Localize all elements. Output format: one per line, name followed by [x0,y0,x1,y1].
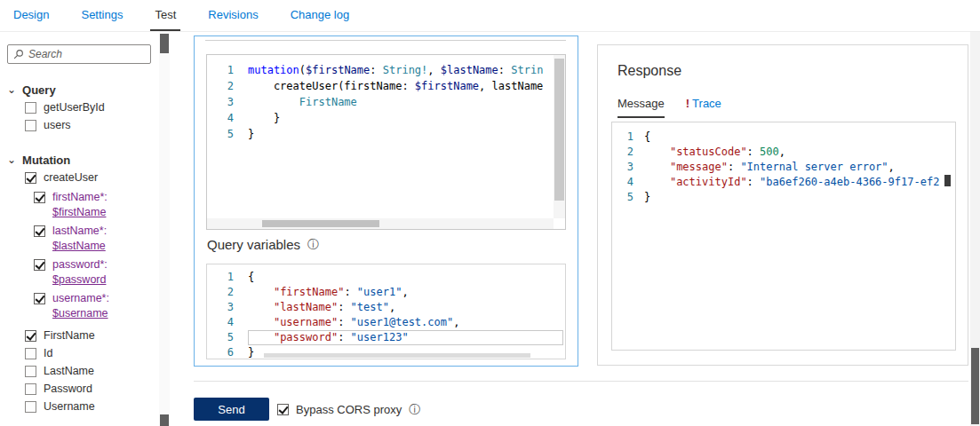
code-line: 3 "lastName": "test", [207,300,565,315]
query-variables-editor[interactable]: 1{2 "firstName": "user1",3 "lastName": "… [206,264,566,359]
code-line: 2 createUser(firstName: $firstName, last… [207,78,565,94]
tab-change-log[interactable]: Change log [286,0,355,31]
code-line: 3 "message": "Internal server error", [612,160,955,175]
operation-getuserbyid[interactable]: getUserById [25,99,158,116]
chevron-down-icon: ⌄ [7,85,16,94]
line-number: 2 [207,285,248,300]
send-button[interactable]: Send [194,398,269,421]
code-line: 4 } [207,110,565,126]
line-number: 5 [207,126,248,142]
checkbox-field-lastname[interactable] [25,366,36,377]
field-firstname[interactable]: FirstName [25,327,158,344]
checkbox-param-password[interactable] [34,259,45,271]
bypass-cors-option[interactable]: Bypass CORS proxy ⓘ [277,398,420,421]
param-name: lastName*: [52,224,107,239]
response-title: Response [617,63,681,79]
tab-message[interactable]: Message [617,97,665,118]
checkbox-field-firstname[interactable] [25,330,36,342]
tab-trace[interactable]: ! Trace [686,97,721,118]
sidebar-scrollbar[interactable] [159,32,170,426]
code-line: 2 "statusCode": 500, [612,145,955,160]
param-name: password*: [52,257,108,272]
section-query[interactable]: ⌄ Query [7,81,158,99]
param-variable-link[interactable]: $password [52,272,108,288]
response-tabs: Message ! Trace [617,97,721,118]
param-variable-link[interactable]: $username [52,306,109,321]
checkbox-field-password[interactable] [25,383,36,395]
param-lastname[interactable]: lastName*: $lastName [34,224,158,254]
code-line: 4 "activityId": "ba6ef260-a4eb-4366-9f17… [612,175,955,190]
page-scrollbar-thumb[interactable] [971,348,979,424]
tab-revisions[interactable]: Revisions [203,0,262,31]
field-label: Username [44,400,95,413]
search-input[interactable] [28,48,135,60]
code-line: 1{ [207,270,565,285]
operation-label: createUser [44,171,98,184]
line-number: 1 [207,62,248,78]
field-label: Id [44,347,52,359]
operations-sidebar: ⌄ Query getUserById users ⌄ Mutation cre… [0,32,158,426]
param-variable-link[interactable]: $firstName [52,205,108,220]
line-number: 1 [207,270,248,285]
param-password[interactable]: password*: $password [34,257,158,288]
line-number: 4 [207,315,248,330]
field-username[interactable]: Username [25,398,158,415]
section-mutation[interactable]: ⌄ Mutation [7,151,158,169]
param-name: firstName*: [52,190,108,205]
param-variable-link[interactable]: $lastName [52,239,107,254]
line-number: 3 [612,160,644,175]
tab-settings[interactable]: Settings [76,0,127,31]
bottom-divider [194,381,968,382]
query-variables-label: Query variables [207,237,300,252]
line-number: 5 [207,330,248,345]
info-icon[interactable]: ⓘ [307,239,319,250]
checkbox-param-username[interactable] [34,293,45,304]
query-editor-horizontal-scrollbar[interactable] [207,218,554,229]
field-label: Password [44,383,92,395]
tab-trace-label: Trace [692,97,721,112]
checkbox-field-username[interactable] [25,401,36,413]
field-password[interactable]: Password [25,380,158,398]
field-label: FirstName [44,329,95,342]
operation-users[interactable]: users [25,116,158,134]
line-number: 6 [207,345,248,359]
line-number: 5 [612,190,644,205]
param-firstname[interactable]: firstName*: $firstName [34,190,158,220]
checkbox-param-firstname[interactable] [34,192,45,203]
code-line: 2 "firstName": "user1", [207,285,565,300]
sidebar-scrollbar-thumb[interactable] [160,34,169,53]
checkbox-users[interactable] [25,120,36,131]
line-number: 4 [207,110,248,126]
operation-label: users [44,119,71,131]
checkbox-field-id[interactable] [25,348,36,359]
info-icon[interactable]: ⓘ [409,404,420,415]
checkbox-createuser[interactable] [25,172,36,184]
line-number: 2 [612,145,644,160]
error-indicator: ! [686,97,689,112]
query-editor-horizontal-scrollbar-thumb[interactable] [262,220,379,227]
code-line: 6} [207,345,565,359]
checkbox-getuserbyid[interactable] [25,102,36,114]
line-number: 2 [207,78,248,94]
code-line: 5 "password": "user123" [207,330,565,345]
line-number: 4 [612,175,644,190]
line-number: 3 [207,94,248,110]
tab-test[interactable]: Test [150,0,180,31]
code-line: 3 FirstName [207,94,565,110]
code-line: 1mutation($firstName: String!, $lastName… [207,62,565,78]
page-scrollbar[interactable] [970,32,980,426]
checkbox-param-lastname[interactable] [34,225,45,237]
bypass-cors-label: Bypass CORS proxy [296,403,402,416]
search-box[interactable] [7,44,151,64]
field-id[interactable]: Id [25,344,158,362]
response-message-editor[interactable]: 1{2 "statusCode": 500,3 "message": "Inte… [611,122,956,351]
graphql-query-editor[interactable]: 1mutation($firstName: String!, $lastName… [206,54,566,230]
bypass-cors-checkbox[interactable] [277,404,289,415]
param-username[interactable]: username*: $username [34,291,158,321]
field-lastname[interactable]: LastName [25,362,158,380]
tab-design[interactable]: Design [9,0,53,31]
sidebar-scrollbar-bottom-thumb[interactable] [160,414,169,426]
operation-createuser[interactable]: createUser [25,169,158,186]
line-number: 3 [207,300,248,315]
line-number: 1 [612,130,644,145]
